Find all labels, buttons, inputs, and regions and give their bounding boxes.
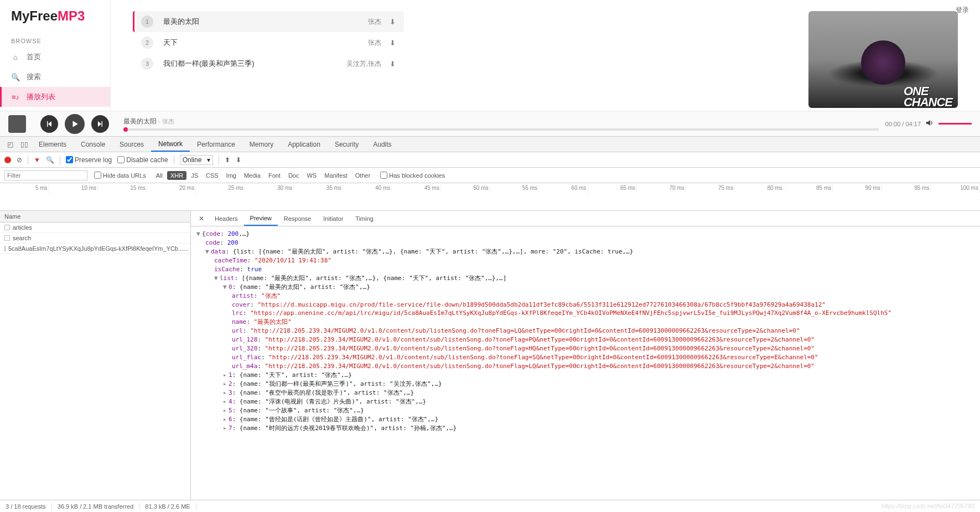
devtools-tab-sources[interactable]: Sources bbox=[112, 137, 151, 152]
devtools: ◰ ▯▯ ElementsConsoleSourcesNetworkPerfor… bbox=[0, 136, 980, 512]
devtools-tab-memory[interactable]: Memory bbox=[242, 137, 281, 152]
filter-manifest[interactable]: Manifest bbox=[321, 171, 351, 180]
filter-doc[interactable]: Doc bbox=[285, 171, 303, 180]
app-logo: MyFreeMP3 bbox=[0, 8, 110, 35]
download-icon[interactable]: ⬇ bbox=[390, 18, 396, 26]
preserve-log-checkbox[interactable]: Preserve log bbox=[66, 156, 112, 164]
filter-other[interactable]: Other bbox=[352, 171, 374, 180]
song-artist: 张杰 bbox=[368, 17, 381, 27]
timeline-tick: 70 ms bbox=[637, 185, 686, 193]
timeline-tick: 25 ms bbox=[196, 185, 245, 193]
devtools-tab-console[interactable]: Console bbox=[74, 137, 112, 152]
volume-slider[interactable] bbox=[938, 123, 972, 125]
devtools-tab-network[interactable]: Network bbox=[151, 137, 190, 152]
filter-img[interactable]: Img bbox=[223, 171, 240, 180]
playback-time: 00:00 / 04:17 bbox=[885, 121, 921, 127]
timeline-tick: 40 ms bbox=[343, 185, 392, 193]
filter-media[interactable]: Media bbox=[241, 171, 264, 180]
filter-css[interactable]: CSS bbox=[203, 171, 222, 180]
filter-all[interactable]: All bbox=[153, 171, 166, 180]
timeline-tick: 30 ms bbox=[245, 185, 294, 193]
has-blocked-cookies-checkbox[interactable]: Has blocked cookies bbox=[380, 172, 445, 179]
download-icon[interactable]: ⬇ bbox=[236, 156, 241, 164]
next-button[interactable] bbox=[91, 115, 109, 133]
devtools-status-bar: 3 / 18 requests 36.9 kB / 2.1 MB transfe… bbox=[0, 500, 980, 512]
timeline-tick: 5 ms bbox=[0, 185, 49, 193]
request-item[interactable]: 5ca8AuaEsIm7qLtYSyKXqJu8pYdEGqs-kXfPl8Kf… bbox=[0, 244, 190, 254]
devtools-tab-security[interactable]: Security bbox=[328, 137, 366, 152]
song-row[interactable]: 1最美的太阳张杰⬇ bbox=[133, 11, 404, 32]
detail-tab-initiator[interactable]: Initiator bbox=[317, 211, 349, 226]
filter-ws[interactable]: WS bbox=[303, 171, 320, 180]
request-item[interactable]: search bbox=[0, 233, 190, 244]
filter-js[interactable]: JS bbox=[188, 171, 201, 180]
nav-播放列表[interactable]: ≡♪播放列表 bbox=[0, 87, 110, 107]
search-icon: 🔍 bbox=[11, 73, 20, 81]
main-content: 登录 1最美的太阳张杰⬇2天下张杰⬇3我们都一样(最美和声第三季)吴汶芳,张杰⬇… bbox=[111, 0, 980, 111]
progress-handle[interactable] bbox=[123, 127, 128, 132]
throttling-select[interactable]: Online ▾ bbox=[180, 155, 214, 165]
timeline-tick: 80 ms bbox=[735, 185, 784, 193]
timeline-tick: 50 ms bbox=[441, 185, 490, 193]
timeline-tick: 100 ms bbox=[931, 185, 980, 193]
devtools-tab-performance[interactable]: Performance bbox=[190, 137, 242, 152]
nav-label: 搜索 bbox=[27, 72, 41, 82]
timeline-tick: 85 ms bbox=[784, 185, 833, 193]
status-resources: 81.3 kB / 2.6 ME bbox=[139, 503, 196, 510]
timeline-tick: 90 ms bbox=[833, 185, 882, 193]
filter-input[interactable] bbox=[4, 170, 87, 180]
request-list: Name articlessearch5ca8AuaEsIm7qLtYSyKXq… bbox=[0, 211, 191, 500]
network-filter-bar: Hide data URLs AllXHRJSCSSImgMediaFontDo… bbox=[0, 168, 980, 183]
detail-tab-timing[interactable]: Timing bbox=[349, 211, 380, 226]
network-timeline[interactable]: 5 ms10 ms15 ms20 ms25 ms30 ms35 ms40 ms4… bbox=[0, 183, 980, 211]
playlist-icon: ≡♪ bbox=[11, 92, 20, 101]
browse-label: BROWSE bbox=[0, 35, 110, 47]
sidebar: MyFreeMP3 BROWSE ⌂首页🔍搜索≡♪播放列表 bbox=[0, 0, 111, 111]
clear-button[interactable]: ⊘ bbox=[17, 156, 22, 164]
detail-tab-response[interactable]: Response bbox=[278, 211, 318, 226]
progress-bar[interactable] bbox=[123, 128, 879, 131]
nav-label: 首页 bbox=[27, 52, 41, 62]
filter-font[interactable]: Font bbox=[265, 171, 284, 180]
search-icon[interactable]: 🔍 bbox=[46, 156, 54, 164]
devtools-tab-elements[interactable]: Elements bbox=[32, 137, 74, 152]
inspect-icon[interactable]: ◰ bbox=[3, 141, 17, 148]
record-button[interactable] bbox=[4, 157, 11, 163]
nav-搜索[interactable]: 🔍搜索 bbox=[0, 67, 110, 87]
timeline-tick: 55 ms bbox=[490, 185, 539, 193]
download-icon[interactable]: ⬇ bbox=[390, 39, 396, 47]
device-icon[interactable]: ▯▯ bbox=[17, 141, 32, 148]
devtools-tab-application[interactable]: Application bbox=[281, 137, 328, 152]
devtools-tabs: ◰ ▯▯ ElementsConsoleSourcesNetworkPerfor… bbox=[0, 137, 980, 152]
close-detail-button[interactable]: ✕ bbox=[194, 215, 209, 223]
detail-tab-headers[interactable]: Headers bbox=[209, 211, 244, 226]
volume-icon[interactable] bbox=[925, 118, 934, 129]
nav-首页[interactable]: ⌂首页 bbox=[0, 47, 110, 67]
now-playing-title: 最美的太阳 bbox=[123, 117, 157, 125]
hide-data-urls-checkbox[interactable]: Hide data URLs bbox=[94, 172, 146, 179]
player-album-art[interactable] bbox=[8, 115, 26, 133]
filter-icon[interactable]: ▼ bbox=[34, 156, 40, 164]
request-item[interactable]: articles bbox=[0, 223, 190, 233]
detail-tab-preview[interactable]: Preview bbox=[244, 211, 278, 226]
now-playing-artist: - 张杰 bbox=[157, 118, 174, 125]
filter-xhr[interactable]: XHR bbox=[167, 171, 186, 180]
song-row[interactable]: 2天下张杰⬇ bbox=[133, 32, 404, 53]
timeline-tick: 10 ms bbox=[49, 185, 98, 193]
file-icon bbox=[4, 246, 6, 251]
upload-icon[interactable]: ⬆ bbox=[225, 156, 230, 164]
song-title: 最美的太阳 bbox=[163, 17, 368, 27]
song-row[interactable]: 3我们都一样(最美和声第三季)吴汶芳,张杰⬇ bbox=[133, 53, 404, 74]
timeline-tick: 20 ms bbox=[147, 185, 196, 193]
detail-tabs: ✕ HeadersPreviewResponseInitiatorTiming bbox=[191, 211, 980, 226]
timeline-tick: 95 ms bbox=[882, 185, 931, 193]
download-icon[interactable]: ⬇ bbox=[390, 60, 396, 68]
prev-button[interactable] bbox=[40, 115, 58, 133]
disable-cache-checkbox[interactable]: Disable cache bbox=[117, 156, 168, 164]
home-icon: ⌂ bbox=[11, 53, 20, 61]
response-preview[interactable]: ▼{code: 200,…}code: 200▼data: {list: [{n… bbox=[191, 226, 980, 500]
logo-right: MP3 bbox=[58, 8, 85, 23]
devtools-tab-audits[interactable]: Audits bbox=[366, 137, 398, 152]
timeline-tick: 35 ms bbox=[294, 185, 343, 193]
play-button[interactable] bbox=[65, 114, 85, 134]
